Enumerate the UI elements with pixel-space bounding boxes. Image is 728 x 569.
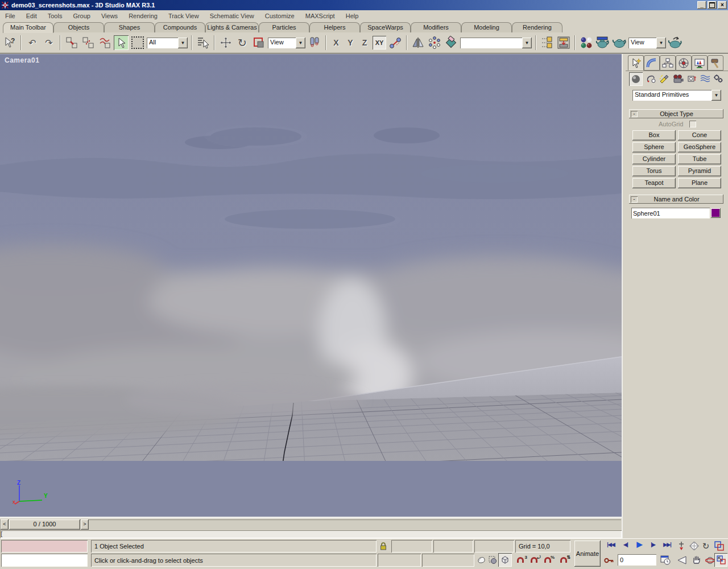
select-and-move-button[interactable] <box>218 35 233 50</box>
menu-track-view[interactable]: Track View <box>168 13 199 19</box>
tab-compounds[interactable]: Compounds <box>155 22 205 32</box>
category-cameras-button[interactable] <box>672 72 684 85</box>
redo-button[interactable]: ↷ <box>42 35 56 50</box>
current-frame-field[interactable]: 0 <box>618 554 656 566</box>
create-tube-button[interactable]: Tube <box>678 154 721 164</box>
create-torus-button[interactable]: Torus <box>632 166 676 176</box>
go-to-end-button[interactable]: ▶▶| <box>660 538 674 550</box>
collapse-icon[interactable]: - <box>631 196 638 203</box>
menu-rendering[interactable]: Rendering <box>129 13 158 19</box>
tab-create[interactable] <box>628 55 644 71</box>
percent-snap-button[interactable]: % <box>543 554 554 567</box>
y-coordinate-field[interactable] <box>433 540 473 552</box>
dropdown-arrow-icon[interactable]: ▼ <box>296 38 305 48</box>
select-object-button[interactable] <box>114 35 129 50</box>
dropdown-arrow-icon[interactable]: ▼ <box>656 38 666 48</box>
menu-customize[interactable]: Customize <box>265 13 295 19</box>
orbit-camera-button[interactable] <box>704 554 715 567</box>
tab-motion[interactable] <box>676 55 692 71</box>
category-systems-button[interactable] <box>712 72 725 85</box>
next-frame-button[interactable]: |▶ <box>647 538 659 550</box>
menu-tools[interactable]: Tools <box>48 13 63 19</box>
ik-toggle-button[interactable] <box>388 35 403 50</box>
help-mode-button[interactable]: ? <box>2 35 17 50</box>
play-button[interactable]: ▶ <box>633 538 646 550</box>
z-coordinate-field[interactable] <box>474 540 514 552</box>
object-name-field[interactable]: Sphere01 <box>631 208 710 218</box>
select-and-link-button[interactable] <box>64 35 79 50</box>
menu-help[interactable]: Help <box>346 13 359 19</box>
create-box-button[interactable]: Box <box>632 130 676 141</box>
restrict-y-button[interactable]: Y <box>344 38 357 47</box>
tab-shapes[interactable]: Shapes <box>104 22 155 32</box>
go-to-start-button[interactable]: |◀◀ <box>604 538 618 550</box>
array-button[interactable] <box>427 35 442 50</box>
material-editor-button[interactable] <box>579 35 594 50</box>
macro-recorder-field[interactable] <box>1 540 88 552</box>
time-prev-button[interactable]: < <box>1 519 9 530</box>
tab-modeling[interactable]: Modeling <box>461 22 512 32</box>
category-helpers-button[interactable] <box>685 72 698 85</box>
tab-spacewarps[interactable]: SpaceWarps <box>360 22 411 32</box>
tab-helpers[interactable]: Helpers <box>309 22 360 32</box>
undo-button[interactable]: ↶ <box>25 35 40 50</box>
time-slider-track[interactable] <box>0 519 621 530</box>
time-configuration-button[interactable] <box>659 554 672 567</box>
render-scene-button[interactable] <box>595 35 610 50</box>
render-last-button[interactable] <box>668 35 682 50</box>
menu-edit[interactable]: Edit <box>26 13 37 19</box>
time-slider-thumb[interactable]: 0 / 1000 <box>9 519 80 530</box>
region-zoom-button[interactable] <box>713 540 725 552</box>
selection-region-button[interactable] <box>130 35 145 50</box>
align-button[interactable] <box>444 35 458 50</box>
min-max-toggle-button[interactable] <box>714 553 727 567</box>
restore-button[interactable] <box>708 1 717 9</box>
open-schematic-view-button[interactable] <box>556 35 571 50</box>
create-cone-button[interactable]: Cone <box>678 130 721 141</box>
field-of-view-button[interactable] <box>676 554 688 567</box>
use-pivot-center-button[interactable] <box>307 35 322 50</box>
create-plane-button[interactable]: Plane <box>678 178 721 188</box>
dropdown-arrow-icon[interactable]: ▼ <box>522 38 532 48</box>
named-selection-dropdown[interactable]: ▼ <box>460 38 532 48</box>
time-next-button[interactable]: > <box>81 519 89 530</box>
tab-objects[interactable]: Objects <box>53 22 104 32</box>
tab-modify[interactable] <box>644 55 660 71</box>
restrict-x-button[interactable]: X <box>330 38 342 47</box>
unlink-selection-button[interactable] <box>81 35 96 50</box>
camera-viewport[interactable]: Camera01 Z Y x <box>0 54 622 518</box>
roll-camera-button[interactable]: ↻ <box>700 540 712 552</box>
dolly-camera-button[interactable] <box>676 540 687 552</box>
name-color-rollout-header[interactable]: - Name and Color <box>629 195 723 204</box>
tab-utilities[interactable] <box>708 55 723 71</box>
select-and-rotate-button[interactable]: ↻ <box>235 35 250 50</box>
category-lights-button[interactable] <box>658 72 671 85</box>
object-color-swatch[interactable] <box>711 208 721 218</box>
create-geosphere-button[interactable]: GeoSphere <box>678 142 721 152</box>
menu-views[interactable]: Views <box>101 13 118 19</box>
category-spacewarps-button[interactable] <box>699 72 712 85</box>
autogrid-checkbox[interactable] <box>689 121 696 127</box>
select-and-scale-button[interactable] <box>251 35 266 50</box>
select-by-name-button[interactable] <box>196 35 210 50</box>
minimize-button[interactable]: _ <box>697 1 706 9</box>
previous-frame-button[interactable]: ◀| <box>619 538 632 550</box>
create-cylinder-button[interactable]: Cylinder <box>632 154 676 164</box>
snap-3d-button[interactable]: 3 <box>515 554 527 567</box>
snap-toggle-button[interactable] <box>498 553 512 567</box>
crossing-selection-button[interactable] <box>487 554 498 566</box>
menu-maxscript[interactable]: MAXScript <box>305 13 335 19</box>
tab-display[interactable] <box>692 55 708 71</box>
title-bar[interactable]: demo03_screenshots.max - 3D Studio MAX R… <box>0 0 728 10</box>
reference-coordinate-dropdown[interactable]: View ▼ <box>268 38 305 48</box>
restrict-z-button[interactable]: Z <box>358 38 371 47</box>
tab-modifiers[interactable]: Modifiers <box>411 22 461 32</box>
quick-render-button[interactable] <box>612 35 627 50</box>
tab-hierarchy[interactable] <box>660 55 676 71</box>
render-type-dropdown[interactable]: View ▼ <box>628 38 666 48</box>
tab-rendering[interactable]: Rendering <box>512 22 562 32</box>
menu-schematic-view[interactable]: Schematic View <box>210 13 254 19</box>
truck-camera-button[interactable] <box>690 554 703 567</box>
close-button[interactable]: × <box>718 1 727 9</box>
menu-group[interactable]: Group <box>73 13 90 19</box>
